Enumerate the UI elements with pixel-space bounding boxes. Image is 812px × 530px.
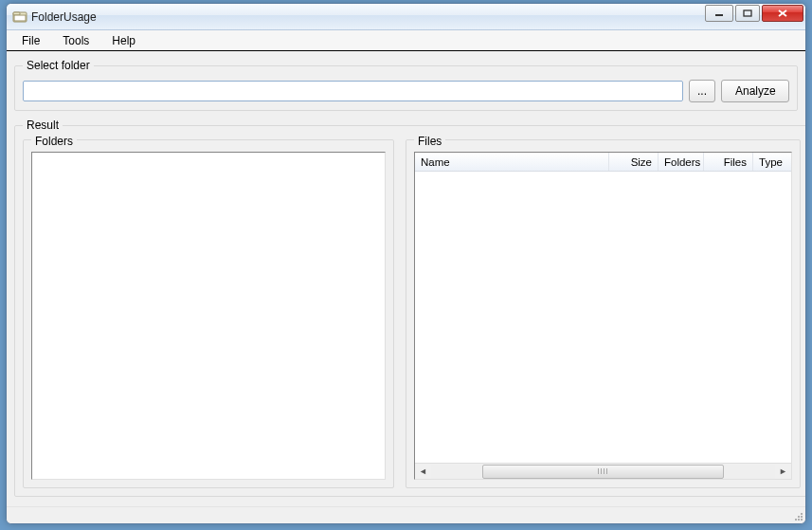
folders-panel: Folders: [23, 139, 394, 488]
column-header-folders[interactable]: Folders: [659, 153, 704, 171]
files-legend: Files: [414, 135, 445, 148]
window-title: FolderUsage: [31, 10, 97, 24]
select-folder-legend: Select folder: [23, 59, 94, 72]
svg-point-8: [798, 519, 800, 521]
select-folder-group: Select folder ... Analyze: [14, 59, 798, 111]
svg-point-10: [801, 516, 803, 518]
files-table-body[interactable]: [415, 172, 791, 463]
title-bar[interactable]: FolderUsage: [7, 4, 805, 30]
resize-grip-icon[interactable]: [792, 510, 803, 521]
folders-tree[interactable]: [31, 152, 386, 480]
horizontal-scrollbar[interactable]: ◄ ►: [415, 463, 791, 479]
menu-file[interactable]: File: [10, 32, 51, 49]
svg-point-12: [801, 513, 803, 515]
scroll-right-arrow-icon[interactable]: ►: [775, 465, 791, 479]
svg-rect-4: [744, 10, 751, 16]
files-panel: Files Name Size Folders Files Type ◄: [406, 139, 801, 488]
svg-point-11: [798, 516, 800, 518]
column-header-type[interactable]: Type: [753, 153, 791, 171]
column-header-size[interactable]: Size: [609, 153, 659, 171]
column-header-files[interactable]: Files: [704, 153, 753, 171]
scroll-track[interactable]: [431, 465, 775, 479]
maximize-button[interactable]: [735, 5, 760, 22]
menu-tools[interactable]: Tools: [51, 32, 100, 49]
client-area: Select folder ... Analyze Result Folders…: [7, 51, 805, 506]
scroll-left-arrow-icon[interactable]: ◄: [415, 465, 431, 479]
files-column-headers: Name Size Folders Files Type: [415, 153, 791, 172]
menu-help[interactable]: Help: [100, 32, 147, 49]
folder-path-input[interactable]: [23, 81, 683, 101]
svg-point-9: [795, 519, 797, 521]
analyze-button[interactable]: Analyze: [721, 80, 789, 102]
svg-point-7: [801, 519, 803, 521]
menu-bar: File Tools Help: [7, 30, 805, 51]
window-controls: [705, 5, 803, 22]
scroll-thumb[interactable]: [482, 465, 723, 479]
minimize-button[interactable]: [705, 5, 733, 22]
app-window: FolderUsage File Tools Help Select folde…: [6, 3, 806, 524]
app-icon: [12, 9, 27, 25]
svg-rect-2: [14, 15, 26, 21]
result-group: Result Folders Files Name Size Folders F…: [14, 119, 806, 497]
browse-button[interactable]: ...: [689, 80, 715, 102]
status-bar: [7, 506, 805, 523]
close-button[interactable]: [762, 5, 803, 22]
folders-legend: Folders: [31, 135, 77, 148]
files-table[interactable]: Name Size Folders Files Type ◄: [414, 152, 792, 480]
column-header-name[interactable]: Name: [415, 153, 609, 171]
result-legend: Result: [23, 119, 63, 132]
